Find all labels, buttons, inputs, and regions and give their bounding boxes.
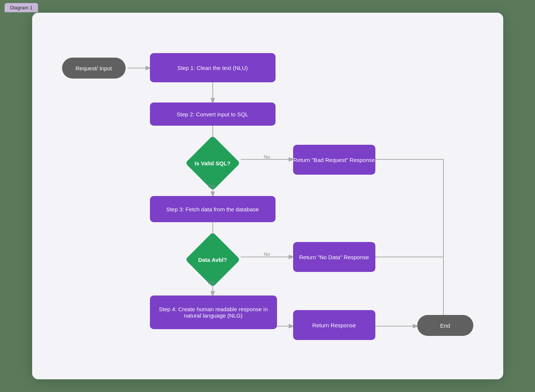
- diamond2-container: Data Avbl?: [165, 239, 261, 280]
- no-data-node: Return "No Data" Response: [293, 242, 375, 272]
- end-node: End: [417, 315, 473, 336]
- no-data-label: Return "No Data" Response: [299, 254, 369, 260]
- return-response-node: Return Response: [293, 310, 375, 340]
- no2-label: No: [264, 251, 270, 257]
- step3-node: Step 3: Fetch data from the database: [150, 196, 276, 222]
- request-label: Request/ Input: [76, 65, 112, 71]
- step2-label: Step 2: Convert input to SQL: [177, 111, 249, 117]
- request-input-node: Request/ Input: [62, 58, 126, 79]
- step1-label: Step 1: Clean the text (NLU): [177, 65, 247, 71]
- step1-node: Step 1: Clean the text (NLU): [150, 53, 276, 82]
- diamond2-label: Data Avbl?: [192, 257, 233, 263]
- no1-label: No: [264, 154, 270, 160]
- step3-label: Step 3: Fetch data from the database: [166, 206, 259, 212]
- diamond1-container: Is Valid SQL?: [165, 143, 261, 183]
- step4-node: Step 4: Create human readable response i…: [150, 295, 277, 329]
- step2-node: Step 2: Convert input to SQL: [150, 102, 276, 126]
- bad-request-label: Return "Bad Request" Response: [293, 157, 375, 163]
- yes2-label: Yes: [207, 280, 215, 285]
- yes1-label: Yes: [207, 183, 215, 189]
- end-label: End: [440, 322, 450, 329]
- diagram-tab[interactable]: Diagram 1: [4, 3, 38, 12]
- bad-request-node: Return "Bad Request" Response: [293, 145, 375, 175]
- diamond1-label: Is Valid SQL?: [192, 160, 233, 166]
- step4-label: Step 4: Create human readable response i…: [150, 306, 277, 319]
- diagram-canvas: Request/ Input Step 1: Clean the text (N…: [32, 13, 503, 379]
- return-response-label: Return Response: [312, 322, 356, 328]
